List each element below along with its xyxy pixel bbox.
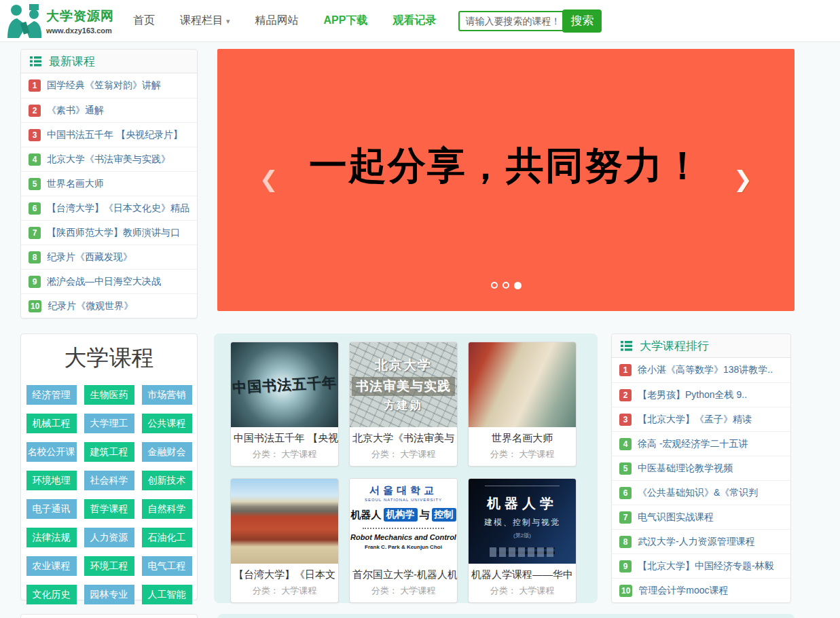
- list-item[interactable]: 4 徐高 -宏观经济学二十五讲: [612, 431, 790, 456]
- site-header: 大学资源网 www.dxzy163.com 首页 课程栏目▾ 精品网站 APP下…: [0, 0, 840, 42]
- category-tag[interactable]: 生物医药: [84, 385, 134, 405]
- course-card[interactable]: 【台湾大学】《日本文 分类： 大学课程: [230, 478, 339, 603]
- course-link: 《素书》通解: [47, 105, 104, 117]
- category-tag[interactable]: 机械工程: [26, 414, 77, 433]
- category-tag[interactable]: 金融财会: [142, 442, 192, 462]
- category-tag[interactable]: 人工智能: [142, 585, 192, 604]
- course-link: 【北京大学】中国经济专题-林毅: [638, 560, 774, 572]
- course-card[interactable]: 北京大学 书法审美与实践 方建勋 北京大学《书法审美与 分类： 大学课程: [349, 342, 458, 467]
- course-title: 中国书法五千年 【央视: [231, 427, 338, 446]
- course-link: 国学经典《笠翁对韵》讲解: [47, 79, 161, 92]
- category-tag[interactable]: 名校公开课: [26, 442, 77, 462]
- list-item[interactable]: 2 《素书》通解: [21, 98, 197, 122]
- course-card[interactable]: 서울대학교 SEOUL NATIONAL UNIVERSITY 机器人 机构学 …: [349, 478, 458, 603]
- course-card[interactable]: 机器人学 建模、控制与视觉 (第2版) 机器人学课程——华中 分类： 大学课程: [468, 478, 577, 603]
- category-tag[interactable]: 创新技术: [142, 471, 192, 490]
- list-item[interactable]: 3 中国书法五千年 【央视纪录片】: [21, 122, 197, 147]
- rank-badge: 5: [29, 178, 41, 190]
- list-item[interactable]: 1 徐小湛《高等数学》138讲教学..: [612, 358, 790, 382]
- category-tag[interactable]: 农业课程: [26, 556, 77, 576]
- course-card[interactable]: 世界名画大师 分类： 大学课程: [468, 342, 577, 467]
- category-tag[interactable]: 公共课程: [142, 414, 192, 433]
- list-item[interactable]: 7 电气识图实战课程: [612, 505, 790, 529]
- category-tag[interactable]: 电气工程: [142, 556, 192, 576]
- list-item[interactable]: 9 淞沪会战—中日海空大决战: [21, 269, 197, 293]
- thumbnail-text: (第2版): [513, 532, 531, 539]
- category-tag[interactable]: 哲学课程: [84, 499, 134, 519]
- category-tag[interactable]: 建筑工程: [84, 442, 134, 462]
- nav-app-download[interactable]: APP下载: [324, 14, 368, 28]
- rank-badge: 1: [29, 79, 41, 92]
- category-tag[interactable]: 经济管理: [26, 385, 77, 405]
- nav-watch-history[interactable]: 观看记录: [392, 14, 436, 28]
- search-input[interactable]: [458, 11, 564, 31]
- rank-badge: 9: [619, 560, 632, 572]
- divider: [363, 528, 444, 529]
- thumbnail-text: Frank C. Park & Keunjun Choi: [365, 544, 442, 550]
- site-url: www.dxzy163.com: [46, 26, 114, 35]
- nav-featured-sites[interactable]: 精品网站: [255, 14, 299, 28]
- list-item[interactable]: 10 管理会计学mooc课程: [612, 578, 790, 602]
- category-tag[interactable]: 大学理工: [84, 414, 134, 433]
- nav-course-menu-label: 课程栏目: [180, 14, 223, 26]
- carousel-slide-text: 一起分享，共同努力！: [309, 141, 703, 192]
- course-title: 世界名画大师: [469, 427, 576, 446]
- course-link: 徐高 -宏观经济学二十五讲: [638, 438, 748, 450]
- categories-title: 大学课程: [21, 343, 197, 374]
- list-item[interactable]: 2 【老男孩】Python全栈 9..: [612, 382, 790, 407]
- rank-badge: 6: [29, 202, 41, 215]
- next-sidebar-panel: [20, 614, 198, 618]
- list-item[interactable]: 7 【陕西师范大学】教师演讲与口: [21, 220, 197, 244]
- chevron-down-icon: ▾: [226, 17, 230, 25]
- course-cards-grid: 中国书法五千年 中国书法五千年 【央视 分类： 大学课程 北京大学 书法审美与实…: [230, 342, 598, 603]
- logo[interactable]: 大学资源网 www.dxzy163.com: [7, 4, 128, 38]
- list-item[interactable]: 9 【北京大学】中国经济专题-林毅: [612, 553, 790, 578]
- list-item[interactable]: 3 【北京大学】《孟子》精读: [612, 407, 790, 431]
- thumbnail-author-lines: [490, 547, 555, 557]
- course-link: 武汉大学-人力资源管理课程: [638, 536, 755, 548]
- list-item[interactable]: 8 武汉大学-人力资源管理课程: [612, 529, 790, 553]
- carousel-next-icon[interactable]: ❯: [733, 168, 752, 190]
- rank-badge: 2: [619, 389, 632, 401]
- carousel-dot[interactable]: [491, 282, 498, 289]
- rank-badge: 9: [29, 276, 41, 288]
- thumbnail-text: Robot Mechanics and Control: [350, 533, 456, 541]
- list-item[interactable]: 6 【台湾大学】《日本文化史》精品: [21, 196, 197, 220]
- list-item[interactable]: 8 纪录片《西藏发现》: [21, 244, 197, 269]
- list-item[interactable]: 4 北京大学《书法审美与实践》: [21, 147, 197, 171]
- category-tag[interactable]: 石油化工: [142, 528, 192, 547]
- nav-course-menu[interactable]: 课程栏目▾: [180, 14, 230, 28]
- category-tag[interactable]: 法律法规: [26, 528, 77, 547]
- category-tag[interactable]: 电子通讯: [26, 499, 77, 519]
- carousel-dot[interactable]: [503, 282, 509, 289]
- list-item[interactable]: 5 中医基础理论教学视频: [612, 456, 790, 480]
- thumbnail-text: 서울대학교: [369, 484, 437, 497]
- rank-badge: 7: [29, 227, 41, 239]
- category-tag[interactable]: 人力资源: [84, 528, 134, 547]
- list-item[interactable]: 1 国学经典《笠翁对韵》讲解: [21, 73, 197, 98]
- list-item[interactable]: 6 《公共基础知识》&《常识判: [612, 480, 790, 505]
- course-link: 纪录片《西藏发现》: [47, 251, 132, 263]
- course-thumbnail: 中国书法五千年: [231, 342, 338, 427]
- course-thumbnail: [231, 479, 338, 564]
- category-tag[interactable]: 市场营销: [142, 385, 192, 405]
- category-tag[interactable]: 社会科学: [84, 471, 134, 490]
- carousel-dot[interactable]: [514, 282, 522, 289]
- nav-home[interactable]: 首页: [133, 14, 155, 28]
- category-tag[interactable]: 环境工程: [84, 556, 134, 576]
- search-bar: 搜索: [458, 10, 602, 33]
- rank-badge: 5: [619, 462, 632, 475]
- carousel-prev-icon[interactable]: ❮: [259, 168, 278, 190]
- course-link: 北京大学《书法审美与实践》: [47, 153, 170, 166]
- category-tag[interactable]: 文化历史: [26, 585, 77, 604]
- thumbnail-text: 机器人学: [487, 494, 558, 513]
- search-button[interactable]: 搜索: [562, 10, 602, 33]
- carousel-dots: [217, 282, 795, 289]
- category-tag[interactable]: 园林专业: [84, 585, 134, 604]
- course-card[interactable]: 中国书法五千年 中国书法五千年 【央视 分类： 大学课程: [230, 342, 339, 467]
- course-category: 分类： 大学课程: [350, 446, 457, 466]
- list-item[interactable]: 10 纪录片《微观世界》: [21, 293, 197, 318]
- list-item[interactable]: 5 世界名画大师: [21, 171, 197, 196]
- category-tag[interactable]: 环境地理: [26, 471, 77, 490]
- category-tag[interactable]: 自然科学: [142, 499, 192, 519]
